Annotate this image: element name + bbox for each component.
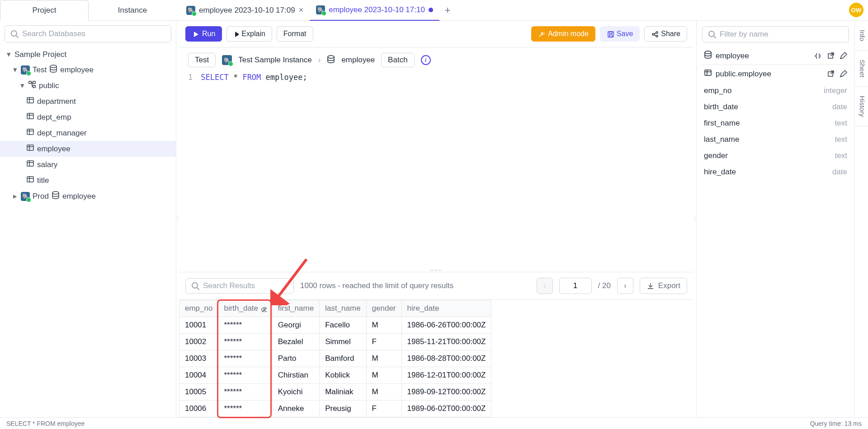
tree-table-dept_emp[interactable]: dept_emp	[0, 109, 176, 125]
column-gender[interactable]: gendertext	[702, 148, 849, 164]
col-first_name[interactable]: first_name	[272, 300, 319, 317]
horizontal-splitter[interactable]: ═══	[179, 268, 693, 272]
editor-tab-label: employee 2023-10-10 17:09	[199, 6, 295, 15]
col-type: text	[835, 119, 847, 128]
cell: Parto	[272, 350, 319, 367]
button-label: Run	[202, 30, 215, 38]
status-query: SELECT * FROM employee	[6, 420, 85, 427]
page-input[interactable]	[559, 278, 592, 294]
postgres-icon: 🐘	[186, 6, 195, 15]
col-gender[interactable]: gender	[366, 300, 401, 317]
table-row[interactable]: 10005******KyoichiMaliniakM1989-09-12T00…	[179, 384, 491, 401]
tree-schema-public[interactable]: ▾ public	[0, 78, 176, 93]
export-button[interactable]: Export	[640, 278, 687, 294]
tab-instance[interactable]: Instance	[89, 0, 176, 21]
open-icon[interactable]	[826, 52, 835, 60]
table-row[interactable]: 10004******ChirstianKoblickM1986-12-01T0…	[179, 367, 491, 384]
search-icon	[191, 282, 199, 290]
table-row[interactable]: 10003******PartoBamfordM1986-08-28T00:00…	[179, 350, 491, 367]
panel-table-row[interactable]: public.employee	[702, 65, 849, 83]
database-icon	[704, 51, 712, 61]
tree-project[interactable]: ▾ Sample Project	[0, 47, 176, 62]
close-icon[interactable]: ×	[299, 5, 304, 15]
admin-mode-button[interactable]: Admin mode	[531, 26, 595, 42]
panel-db-row[interactable]: employee	[702, 47, 849, 65]
column-emp_no[interactable]: emp_nointeger	[702, 83, 849, 99]
results-panel: Search Results 1000 rows - reached the l…	[179, 272, 693, 417]
col-last_name[interactable]: last_name	[320, 300, 366, 317]
page-total: / 20	[598, 281, 611, 290]
col-name: hire_date	[704, 168, 736, 177]
col-emp_no[interactable]: emp_no	[179, 300, 218, 317]
tree-env-test[interactable]: ▾ 🐘 Test employee	[0, 62, 176, 78]
search-placeholder: Search Results	[203, 281, 255, 290]
table-row[interactable]: 10002******BezalelSimmelF1985-11-21T00:0…	[179, 334, 491, 350]
toolbar: Run Explain Format Admin mode Save Share	[179, 21, 693, 47]
edit-icon[interactable]	[839, 52, 847, 60]
sql-editor[interactable]: 1 SELECT * FROM employee;	[179, 73, 693, 268]
tree-table-employee[interactable]: employee	[0, 141, 176, 157]
column-hire_date[interactable]: hire_datedate	[702, 164, 849, 180]
tree-label: Test	[33, 65, 47, 75]
instance-name[interactable]: Test Sample Instance	[238, 56, 312, 65]
tree-table-dept_manager[interactable]: dept_manager	[0, 125, 176, 141]
postgres-icon: 🐘	[222, 55, 232, 65]
col-hire_date[interactable]: hire_date	[401, 300, 491, 317]
editor-tab-label: employee 2023-10-10 17:10	[329, 5, 425, 14]
column-first_name[interactable]: first_nametext	[702, 115, 849, 131]
top-bar: Project Instance 🐘 employee 2023-10-10 1…	[0, 0, 868, 21]
col-birth_date[interactable]: birth_date	[218, 300, 272, 317]
explain-button[interactable]: Explain	[226, 26, 272, 42]
cell: Facello	[320, 317, 366, 334]
new-tab-button[interactable]: +	[439, 5, 456, 16]
tree-table-title[interactable]: title	[0, 173, 176, 188]
filter-input[interactable]: Filter by name	[702, 26, 849, 42]
col-name: gender	[704, 151, 728, 160]
info-icon[interactable]: i	[421, 55, 431, 65]
cell: ******	[218, 401, 272, 417]
tree-env-prod[interactable]: ▸ 🐘 Prod employee	[0, 188, 176, 204]
next-page-button[interactable]: ›	[617, 278, 633, 294]
format-button[interactable]: Format	[277, 26, 313, 42]
col-type: text	[835, 135, 847, 144]
cell: 1985-11-21T00:00:00Z	[401, 334, 491, 350]
avatar[interactable]: OW	[849, 3, 863, 17]
table-row[interactable]: 10001******GeorgiFacelloM1986-06-26T00:0…	[179, 317, 491, 334]
share-button[interactable]: Share	[644, 26, 687, 42]
status-bar: SELECT * FROM employee Query time: 13 ms	[0, 417, 868, 429]
alter-icon[interactable]	[814, 52, 822, 60]
save-button[interactable]: Save	[600, 26, 640, 42]
line-number: 1	[188, 73, 201, 268]
button-label: Share	[661, 30, 680, 38]
run-button[interactable]: Run	[185, 26, 222, 42]
col-type: integer	[824, 86, 847, 95]
cell: F	[366, 401, 401, 417]
tab-project[interactable]: Project	[0, 0, 89, 21]
search-databases-input[interactable]: Search Databases	[5, 25, 171, 42]
env-pill[interactable]: Test	[188, 53, 216, 67]
table-row[interactable]: 10006******AnnekePreusigF1989-06-02T00:0…	[179, 401, 491, 417]
tab-sheet[interactable]: Sheet	[855, 51, 868, 87]
db-name[interactable]: employee	[341, 56, 375, 65]
column-last_name[interactable]: last_nametext	[702, 131, 849, 148]
tree-table-department[interactable]: department	[0, 93, 176, 109]
prev-page-button[interactable]: ‹	[537, 278, 553, 294]
tree-table-salary[interactable]: salary	[0, 157, 176, 173]
col-type: text	[835, 151, 847, 160]
button-label: Admin mode	[548, 30, 589, 38]
search-results-input[interactable]: Search Results	[185, 278, 294, 294]
cell: 1986-12-01T00:00:00Z	[401, 367, 491, 384]
editor-tab-0[interactable]: 🐘 employee 2023-10-10 17:09 ×	[180, 0, 310, 21]
cell: M	[366, 367, 401, 384]
batch-button[interactable]: Batch	[381, 53, 414, 67]
col-name: last_name	[704, 135, 739, 144]
cell: 1986-06-26T00:00:00Z	[401, 317, 491, 334]
tree-label: Sample Project	[14, 50, 66, 59]
tab-info[interactable]: Info	[855, 21, 868, 51]
open-icon[interactable]	[826, 70, 835, 78]
play-icon	[192, 30, 199, 37]
editor-tab-1[interactable]: 🐘 employee 2023-10-10 17:10	[310, 0, 439, 21]
column-birth_date[interactable]: birth_datedate	[702, 99, 849, 115]
edit-icon[interactable]	[839, 70, 847, 78]
tab-history[interactable]: History	[855, 87, 868, 126]
